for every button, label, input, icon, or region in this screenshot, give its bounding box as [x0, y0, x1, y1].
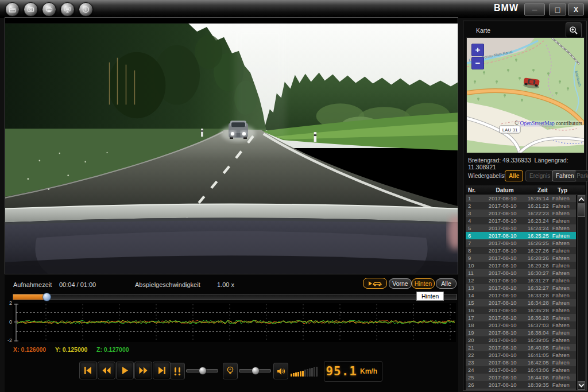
playlist-row[interactable]: 162017-08-1016:35:28Fahren — [466, 306, 576, 314]
playlist-row[interactable]: 142017-08-1016:33:28Fahren — [466, 292, 576, 299]
snapshot-icon[interactable] — [24, 2, 38, 17]
scroll-up-button[interactable] — [578, 195, 585, 204]
progress-track[interactable] — [13, 294, 457, 300]
contrast-slider-thumb[interactable] — [199, 367, 207, 375]
cell-nr: 10 — [466, 262, 481, 269]
cell-nr: 20 — [466, 336, 481, 344]
playlist-row[interactable]: 222017-08-1016:41:05Fahren — [466, 351, 576, 359]
rear-camera-button[interactable]: Hinten — [412, 278, 435, 289]
playlist-row[interactable]: 112017-08-1016:30:27Fahren — [466, 269, 576, 277]
cell-datum: 2017-08-10 — [481, 314, 524, 321]
volume-level-bars — [291, 365, 318, 377]
contrast-slider[interactable] — [186, 369, 218, 372]
map-attribution: © OpenStreetMap contributors — [514, 121, 583, 126]
scroll-down-button[interactable] — [578, 381, 585, 390]
cell-typ: Fahren — [552, 306, 576, 314]
contrast-button[interactable] — [170, 363, 185, 379]
side-panel: Karte — [463, 21, 587, 391]
play-button[interactable] — [116, 362, 134, 379]
cell-typ: Fahren — [552, 314, 576, 321]
minimize-button[interactable]: ─ — [524, 3, 545, 15]
scrollbar-thumb[interactable] — [578, 204, 585, 217]
brightness-button[interactable] — [223, 363, 238, 379]
playlist-row[interactable]: 32017-08-1016:22:23Fahren — [466, 209, 576, 217]
filter-ereignis-button[interactable]: Ereignis — [525, 170, 554, 181]
playlist-row[interactable]: 242017-08-1016:43:06Fahren — [466, 366, 576, 374]
info-icon[interactable] — [79, 2, 93, 17]
playlist-row[interactable]: 52017-08-1016:24:24Fahren — [466, 224, 576, 232]
cell-datum: 2017-08-10 — [481, 381, 524, 389]
cell-typ: Fahren — [552, 232, 576, 239]
openstreetmap-link[interactable]: OpenStreetMap — [520, 121, 555, 126]
playlist-row[interactable]: 202017-08-1016:39:05Fahren — [466, 336, 576, 344]
cell-nr: 27 — [466, 389, 481, 390]
cell-zeit: 16:25:25 — [524, 232, 552, 239]
cell-typ: Fahren — [552, 247, 576, 254]
cell-nr: 12 — [466, 277, 481, 284]
playlist-row[interactable]: 92017-08-1016:28:26Fahren — [466, 254, 576, 262]
cell-zeit: 16:26:25 — [524, 239, 552, 247]
open-file-icon[interactable] — [5, 2, 20, 17]
playlist-row[interactable]: 132017-08-1016:32:27Fahren — [466, 284, 576, 292]
cell-nr: 6 — [466, 232, 481, 239]
display-icon[interactable] — [60, 2, 75, 17]
playlist-row[interactable]: 22017-08-1016:21:22Fahren — [466, 202, 576, 209]
playlist-row[interactable]: 192017-08-1016:38:04Fahren — [466, 329, 576, 336]
cell-datum: 2017-08-10 — [481, 239, 524, 247]
rewind-button[interactable] — [98, 362, 115, 379]
playlist-row[interactable]: 272017-08-1018:40:54Fahren — [466, 389, 576, 390]
cell-datum: 2017-08-10 — [481, 217, 524, 224]
map-zoom-out-button[interactable]: − — [471, 57, 484, 69]
playlist-row[interactable]: 262017-08-1018:39:35Fahren — [466, 381, 576, 389]
cell-nr: 7 — [466, 239, 481, 247]
fast-forward-button[interactable] — [134, 362, 152, 379]
cell-typ: Fahren — [552, 336, 576, 344]
car-camera-toggle-button[interactable] — [363, 278, 387, 289]
playlist-row[interactable]: 62017-08-1016:25:25Fahren — [466, 232, 576, 239]
playlist-row[interactable]: 182017-08-1016:37:03Fahren — [466, 321, 576, 329]
cell-typ: Fahren — [552, 374, 576, 381]
cell-nr: 14 — [466, 292, 481, 299]
front-camera-button[interactable]: Vorne — [389, 278, 412, 289]
map-zoom-button[interactable] — [566, 22, 582, 38]
playlist-row[interactable]: 82017-08-1016:27:26Fahren — [466, 247, 576, 254]
playlist-row[interactable]: 42017-08-1016:23:24Fahren — [466, 217, 576, 224]
cell-nr: 23 — [466, 359, 481, 366]
filter-parken-button[interactable]: Parken — [575, 170, 588, 181]
playlist-row[interactable]: 122017-08-1016:31:27Fahren — [466, 277, 576, 284]
skip-start-button[interactable] — [79, 362, 97, 379]
maximize-button[interactable]: □ — [549, 3, 566, 15]
playlist-row[interactable]: 72017-08-1016:26:25Fahren — [466, 239, 576, 247]
brightness-slider-thumb[interactable] — [252, 367, 260, 375]
playlist-row[interactable]: 252017-08-1016:44:06Fahren — [466, 374, 576, 381]
playlist-scrollbar[interactable] — [577, 195, 586, 390]
all-camera-button[interactable]: Alle — [436, 278, 457, 289]
cell-zeit: 18:39:35 — [524, 381, 552, 389]
cell-datum: 2017-08-10 — [481, 254, 524, 262]
cell-zeit: 16:38:04 — [524, 329, 552, 336]
filter-fahren-button[interactable]: Fahren — [552, 170, 578, 181]
chevron-down-icon — [579, 382, 585, 387]
brightness-slider[interactable] — [239, 369, 271, 372]
progress-thumb[interactable] — [42, 293, 51, 301]
cell-typ: Fahren — [552, 321, 576, 329]
playlist-row[interactable]: 152017-08-1016:34:28Fahren — [466, 299, 576, 306]
playlist-header: Wiedergabeliste Alle Ereignis Fahren Par… — [463, 169, 586, 184]
playlist-row[interactable]: 232017-08-1016:42:05Fahren — [466, 359, 576, 366]
filter-alle-button[interactable]: Alle — [505, 170, 523, 181]
cell-nr: 3 — [466, 209, 481, 217]
close-button[interactable]: X — [568, 3, 584, 15]
print-icon[interactable] — [42, 2, 56, 17]
cell-datum: 2017-08-10 — [481, 366, 524, 374]
playlist-row[interactable]: 12017-08-1015:35:14Fahren — [466, 195, 576, 202]
map-zoom-in-button[interactable]: + — [471, 44, 484, 56]
cell-nr: 4 — [466, 217, 481, 224]
speed-unit: Km/h — [360, 367, 377, 375]
cell-nr: 8 — [466, 247, 481, 254]
skip-end-button[interactable] — [153, 362, 171, 379]
playlist-row[interactable]: 102017-08-1016:29:26Fahren — [466, 262, 576, 269]
playlist-row[interactable]: 212017-08-1016:40:05Fahren — [466, 344, 576, 351]
volume-button[interactable] — [273, 363, 288, 379]
map-canvas[interactable]: LAU 31 Ludwig-Donau-Main-Kanal Mühlbach … — [466, 37, 585, 153]
playlist-row[interactable]: 172017-08-1016:36:28Fahren — [466, 314, 576, 321]
